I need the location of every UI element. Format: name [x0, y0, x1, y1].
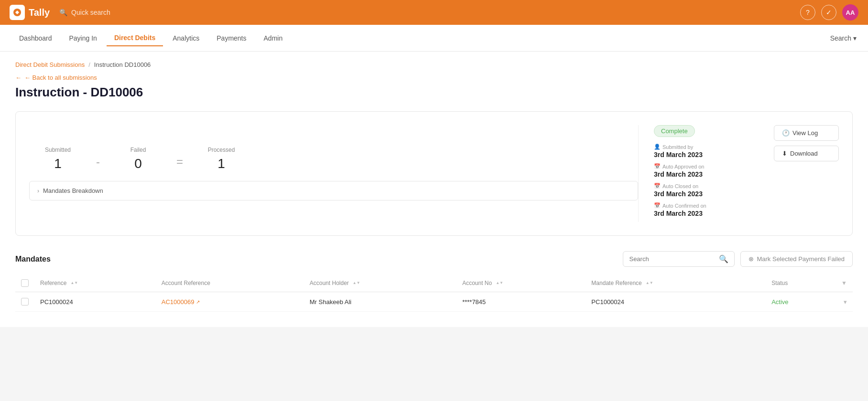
app-name: Tally: [29, 7, 50, 18]
row-checkbox-cell: [15, 292, 34, 312]
card-actions: 🕐 View Log ⬇ Download: [762, 125, 839, 222]
submitted-by-label: 👤 Submitted by: [654, 144, 762, 150]
processed-value: 1: [217, 156, 225, 171]
submitted-stat: Submitted 1: [29, 147, 87, 171]
th-reference: Reference ▲▼: [34, 274, 156, 292]
submitted-by-value: 3rd March 2023: [654, 151, 762, 158]
mandates-section-header: Mandates 🔍 ⊗ Mark Selected Payments Fail…: [15, 251, 853, 267]
cell-account-reference: AC1000069 ↗: [156, 292, 304, 312]
help-button[interactable]: ?: [800, 5, 815, 20]
cell-account-holder: Mr Shakeeb Ali: [304, 292, 456, 312]
quick-search-label: Quick search: [71, 9, 110, 16]
mandates-search-input[interactable]: [629, 255, 715, 263]
mandates-search-box[interactable]: 🔍: [623, 251, 735, 267]
row-checkbox[interactable]: [21, 298, 29, 306]
nav-item-paying-in[interactable]: Paying In: [62, 31, 105, 46]
th-account-reference: Account Reference: [156, 274, 304, 292]
cell-account-no: ****7845: [456, 292, 586, 312]
auto-closed-row: 📅 Auto Closed on 3rd March 2023: [654, 183, 762, 198]
select-all-checkbox[interactable]: [21, 279, 29, 287]
nav-item-admin[interactable]: Admin: [256, 31, 291, 46]
breadcrumb-parent[interactable]: Direct Debit Submissions: [15, 61, 85, 68]
account-reference-link[interactable]: AC1000069 ↗: [162, 298, 298, 306]
mandates-breakdown-row[interactable]: › Mandates Breakdown: [29, 181, 638, 200]
filter-icon[interactable]: ▼: [841, 280, 847, 286]
th-mandate-reference: Mandate Reference ▲▼: [586, 274, 766, 292]
sep1: -: [87, 149, 109, 169]
status-block: Complete 👤 Submitted by 3rd March 2023 📅…: [638, 125, 762, 222]
chevron-down-icon: ▾: [853, 34, 857, 42]
secondary-nav: Dashboard Paying In Direct Debits Analyt…: [0, 25, 868, 52]
back-link-label: ← Back to all submissions: [24, 74, 97, 81]
page-title: Instruction - DD10006: [15, 85, 853, 100]
breadcrumb-current: Instruction DD10006: [94, 61, 151, 68]
clock-icon: 🕐: [782, 129, 790, 137]
sep2: =: [167, 149, 193, 169]
top-bar-actions: ? ✓ AA: [800, 4, 858, 21]
mandates-table: Reference ▲▼ Account Reference Account H…: [15, 274, 853, 312]
auto-approved-label: 📅 Auto Approved on: [654, 163, 762, 169]
avatar[interactable]: AA: [842, 4, 858, 21]
view-log-button[interactable]: 🕐 View Log: [774, 125, 839, 141]
mandates-section-title: Mandates: [15, 255, 51, 264]
processed-stat: Processed 1: [193, 147, 250, 171]
auto-closed-value: 3rd March 2023: [654, 190, 762, 198]
table-row: PC1000024 AC1000069 ↗ Mr Shakeeb Ali ***…: [15, 292, 853, 312]
th-checkbox: [15, 274, 34, 292]
nav-search-button[interactable]: Search ▾: [830, 34, 857, 42]
top-bar: Tally 🔍 Quick search ? ✓ AA: [0, 0, 868, 25]
auto-approved-row: 📅 Auto Approved on 3rd March 2023: [654, 163, 762, 178]
back-link[interactable]: ← ← Back to all submissions: [15, 74, 853, 81]
status-active-label: Active: [771, 298, 788, 306]
expand-icon[interactable]: ▾: [844, 298, 847, 306]
search-label: Search: [830, 34, 851, 42]
stats-card: Submitted 1 - Failed 0 = Processed 1: [15, 111, 853, 236]
cell-status: Active ▾: [766, 292, 853, 312]
stats-left: Submitted 1 - Failed 0 = Processed 1: [29, 125, 638, 222]
sort-account-no-icon[interactable]: ▲▼: [496, 281, 503, 285]
nav-item-direct-debits[interactable]: Direct Debits: [107, 30, 163, 46]
main-content: Direct Debit Submissions / Instruction D…: [0, 52, 868, 327]
cell-reference: PC1000024: [34, 292, 156, 312]
sort-mandate-ref-icon[interactable]: ▲▼: [646, 281, 653, 285]
sort-holder-icon[interactable]: ▲▼: [353, 281, 360, 285]
processed-label: Processed: [208, 147, 235, 153]
search-icon: 🔍: [719, 254, 728, 264]
failed-value: 0: [134, 156, 142, 171]
search-icon: 🔍: [59, 9, 67, 16]
auto-closed-label: 📅 Auto Closed on: [654, 183, 762, 189]
app-logo[interactable]: Tally: [10, 5, 50, 20]
check-button[interactable]: ✓: [821, 5, 836, 20]
nav-item-analytics[interactable]: Analytics: [165, 31, 207, 46]
mandates-breakdown-label: Mandates Breakdown: [43, 187, 103, 194]
failed-stat: Failed 0: [109, 147, 167, 171]
submitted-by-row: 👤 Submitted by 3rd March 2023: [654, 144, 762, 158]
back-arrow-icon: ←: [15, 74, 22, 81]
mandates-tools: 🔍 ⊗ Mark Selected Payments Failed: [623, 251, 853, 267]
auto-approved-value: 3rd March 2023: [654, 170, 762, 178]
breadcrumb: Direct Debit Submissions / Instruction D…: [15, 52, 853, 74]
calendar3-icon: 📅: [654, 202, 661, 209]
submitted-value: 1: [54, 156, 62, 171]
th-account-no: Account No ▲▼: [456, 274, 586, 292]
sort-reference-icon[interactable]: ▲▼: [70, 281, 78, 285]
th-account-holder: Account Holder ▲▼: [304, 274, 456, 292]
download-icon: ⬇: [782, 150, 787, 157]
auto-confirmed-value: 3rd March 2023: [654, 210, 762, 217]
quick-search-container[interactable]: 🔍 Quick search: [59, 9, 791, 16]
logo-icon: [10, 5, 25, 20]
auto-confirmed-label: 📅 Auto Confirmed on: [654, 202, 762, 209]
external-link-icon: ↗: [196, 299, 200, 305]
person-icon: 👤: [654, 144, 661, 150]
status-badge: Complete: [654, 125, 695, 137]
nav-item-dashboard[interactable]: Dashboard: [11, 31, 60, 46]
mark-failed-button[interactable]: ⊗ Mark Selected Payments Failed: [740, 251, 853, 267]
submitted-label: Submitted: [45, 147, 71, 153]
chevron-right-icon: ›: [37, 188, 39, 194]
download-button[interactable]: ⬇ Download: [774, 146, 839, 161]
circle-x-icon: ⊗: [749, 255, 754, 263]
nav-item-payments[interactable]: Payments: [209, 31, 254, 46]
th-status: Status ▼: [766, 274, 853, 292]
calendar-icon: 📅: [654, 163, 661, 169]
auto-confirmed-row: 📅 Auto Confirmed on 3rd March 2023: [654, 202, 762, 217]
